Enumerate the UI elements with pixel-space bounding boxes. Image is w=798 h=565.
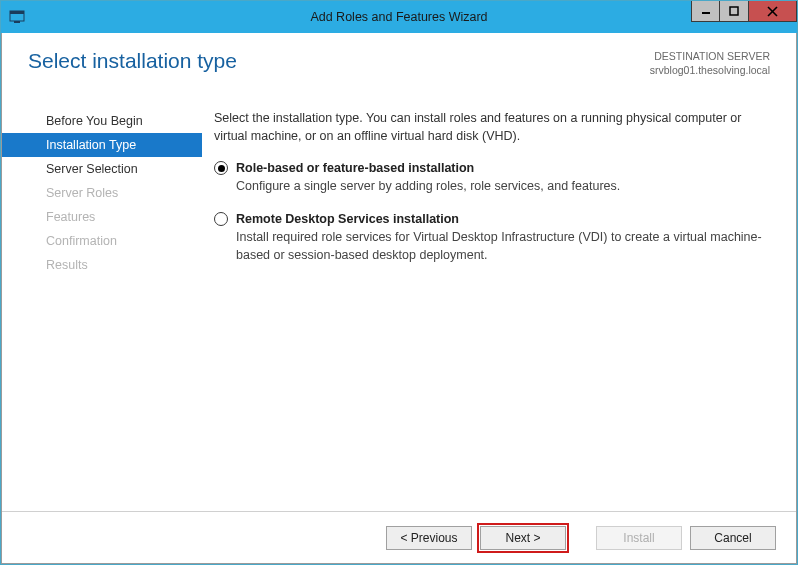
- previous-button[interactable]: < Previous: [386, 526, 472, 550]
- body: Before You Begin Installation Type Serve…: [2, 97, 796, 278]
- option-text: Role-based or feature-based installation…: [236, 159, 770, 195]
- maximize-button[interactable]: [720, 1, 749, 22]
- destination-label: DESTINATION SERVER: [650, 49, 770, 63]
- cancel-button[interactable]: Cancel: [690, 526, 776, 550]
- nav-installation-type[interactable]: Installation Type: [2, 133, 202, 157]
- nav-server-selection[interactable]: Server Selection: [2, 157, 202, 181]
- destination-server-block: DESTINATION SERVER srvblog01.thesolving.…: [650, 49, 770, 77]
- next-button[interactable]: Next >: [480, 526, 566, 550]
- option-role-based[interactable]: Role-based or feature-based installation…: [214, 159, 770, 195]
- title-bar[interactable]: Add Roles and Features Wizard: [1, 1, 797, 33]
- content-pane: Select the installation type. You can in…: [202, 103, 796, 278]
- footer: < Previous Next > Install Cancel: [2, 511, 796, 563]
- radio-role-based[interactable]: [214, 161, 228, 175]
- close-button[interactable]: [749, 1, 797, 22]
- option-title: Remote Desktop Services installation: [236, 210, 770, 228]
- nav-results: Results: [2, 253, 202, 277]
- minimize-button[interactable]: [691, 1, 720, 22]
- wizard-window: Add Roles and Features Wizard Select ins…: [0, 0, 798, 565]
- install-button: Install: [596, 526, 682, 550]
- nav-server-roles: Server Roles: [2, 181, 202, 205]
- app-icon: [9, 9, 25, 25]
- svg-rect-1: [10, 11, 24, 14]
- nav-features: Features: [2, 205, 202, 229]
- option-desc: Configure a single server by adding role…: [236, 177, 770, 195]
- option-title: Role-based or feature-based installation: [236, 159, 770, 177]
- radio-rds[interactable]: [214, 212, 228, 226]
- svg-rect-4: [730, 7, 738, 15]
- nav-before-you-begin[interactable]: Before You Begin: [2, 109, 202, 133]
- nav-confirmation: Confirmation: [2, 229, 202, 253]
- window-controls: [691, 1, 797, 22]
- svg-rect-2: [14, 21, 20, 23]
- option-rds[interactable]: Remote Desktop Services installation Ins…: [214, 210, 770, 264]
- destination-value: srvblog01.thesolving.local: [650, 63, 770, 77]
- option-text: Remote Desktop Services installation Ins…: [236, 210, 770, 264]
- window-title: Add Roles and Features Wizard: [1, 10, 797, 24]
- option-desc: Install required role services for Virtu…: [236, 228, 770, 264]
- header: Select installation type DESTINATION SER…: [2, 33, 796, 97]
- client-area: Select installation type DESTINATION SER…: [1, 33, 797, 564]
- intro-text: Select the installation type. You can in…: [214, 109, 770, 145]
- wizard-nav: Before You Begin Installation Type Serve…: [2, 103, 202, 278]
